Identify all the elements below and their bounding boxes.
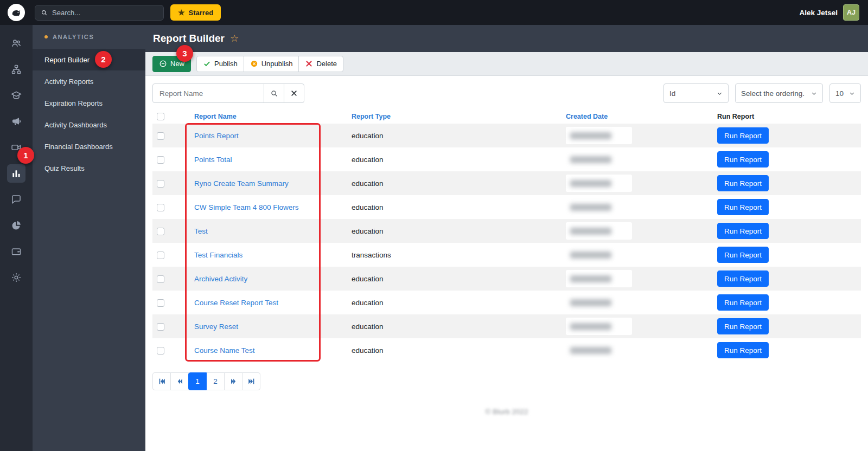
select-all-checkbox[interactable] (157, 113, 164, 120)
rail-item-announcements[interactable] (0, 108, 33, 134)
report-name-link[interactable]: Course Reset Report Test (194, 299, 278, 307)
table-header-row: Report Name Report Type Created Date Run… (152, 109, 861, 124)
filter-search-button[interactable] (264, 83, 284, 103)
column-header-report-type[interactable]: Report Type (347, 109, 561, 124)
row-checkbox[interactable] (157, 204, 164, 211)
avatar[interactable]: AJ (843, 4, 859, 21)
sidebar-item-activity-reports[interactable]: Activity Reports (33, 70, 145, 92)
starred-button[interactable]: ★ Starred (170, 4, 221, 21)
redaction-blur (570, 323, 611, 330)
row-checkbox[interactable] (157, 323, 164, 331)
pagination-page-2[interactable]: 2 (206, 372, 225, 390)
callout-badge-3: 3 (176, 45, 193, 62)
rail-item-users[interactable] (0, 30, 33, 56)
row-checkbox[interactable] (157, 132, 164, 140)
report-name-link[interactable]: Test Financials (194, 251, 242, 259)
row-checkbox[interactable] (157, 347, 164, 355)
ordering-select[interactable]: Select the ordering. (735, 83, 823, 103)
publish-button[interactable]: Publish (196, 56, 244, 72)
id-filter-select[interactable]: Id (663, 83, 729, 103)
report-name-link[interactable]: CW Simple Team 4 800 Flowers (194, 203, 299, 211)
delete-button[interactable]: Delete (298, 56, 343, 72)
wallet-icon (11, 246, 22, 257)
pagination-page-1[interactable]: 1 (188, 372, 207, 390)
run-report-button[interactable]: Run Report (717, 270, 769, 287)
global-search[interactable] (35, 5, 164, 21)
delete-button-label: Delete (316, 60, 337, 68)
report-name-link[interactable]: Survey Reset (194, 323, 238, 331)
search-input[interactable] (52, 9, 158, 17)
sidebar-item-activity-dashboards[interactable]: Activity Dashboards (33, 114, 145, 136)
run-report-button[interactable]: Run Report (717, 223, 769, 239)
report-table-body: Points Report education Run Report Point… (152, 124, 861, 362)
report-type-cell: education (352, 299, 384, 307)
created-date-redacted (566, 151, 632, 168)
section-dot-icon (44, 35, 48, 38)
row-checkbox[interactable] (157, 156, 164, 164)
table-row: Test Financials transactions Run Report (152, 243, 861, 267)
report-table: Report Name Report Type Created Date Run… (152, 109, 861, 362)
run-report-button[interactable]: Run Report (717, 151, 769, 167)
chevron-down-icon (811, 91, 817, 96)
pagination-next-button[interactable] (224, 372, 242, 390)
page-size-select[interactable]: 10 (829, 83, 861, 103)
publish-button-label: Publish (214, 60, 238, 68)
report-name-filter-input[interactable] (152, 83, 264, 103)
created-date-redacted (566, 175, 632, 192)
sidebar-item-expiration-reports[interactable]: Expiration Reports (33, 92, 145, 114)
rail-item-courses[interactable] (0, 82, 33, 108)
run-report-button[interactable]: Run Report (717, 342, 769, 358)
star-icon: ★ (178, 8, 185, 17)
run-report-button[interactable]: Run Report (717, 294, 769, 311)
rail-item-wallet[interactable] (0, 239, 33, 265)
sidebar-item-quiz-results[interactable]: Quiz Results (33, 157, 145, 179)
sidebar-item-report-builder[interactable]: Report Builder (33, 49, 145, 70)
rail-item-analytics[interactable] (0, 160, 33, 186)
gear-icon (11, 272, 22, 283)
row-checkbox[interactable] (157, 252, 164, 259)
table-row: Points Report education Run Report (152, 124, 861, 147)
favorite-star-icon[interactable]: ☆ (230, 33, 239, 44)
redaction-blur (570, 275, 611, 282)
graduation-cap-icon (11, 90, 22, 101)
rail-item-settings[interactable] (0, 265, 33, 291)
top-bar: ★ Starred Alek Jetsel AJ (0, 0, 868, 25)
pagination-first-button[interactable] (152, 372, 171, 390)
rail-item-reports[interactable] (0, 212, 33, 239)
row-checkbox[interactable] (157, 180, 164, 188)
first-page-icon (158, 378, 165, 385)
pagination-prev-button[interactable] (170, 372, 189, 390)
rail-item-modules[interactable] (0, 56, 33, 82)
rail-item-messages[interactable] (0, 186, 33, 212)
bar-chart-icon (11, 168, 22, 179)
report-name-link[interactable]: Points Report (194, 132, 239, 140)
pagination-last-button[interactable] (242, 372, 260, 390)
row-checkbox[interactable] (157, 275, 164, 283)
report-name-link[interactable]: Ryno Create Team Summary (194, 179, 289, 188)
search-icon (41, 9, 48, 16)
run-report-button[interactable]: Run Report (717, 247, 769, 263)
run-report-button[interactable]: Run Report (717, 199, 769, 215)
created-date-redacted (566, 294, 632, 311)
row-checkbox[interactable] (157, 299, 164, 307)
table-row: Ryno Create Team Summary education Run R… (152, 171, 861, 195)
column-header-report-name[interactable]: Report Name (185, 109, 347, 124)
column-header-created-date[interactable]: Created Date (561, 109, 713, 124)
report-name-link[interactable]: Test (194, 227, 208, 235)
run-report-button[interactable]: Run Report (717, 175, 769, 191)
content: Id Select the ordering. 10 (145, 76, 868, 451)
last-page-icon (248, 378, 255, 385)
sidebar-item-financial-dashboards[interactable]: Financial Dashboards (33, 136, 145, 157)
run-report-button[interactable]: Run Report (717, 318, 769, 334)
page-header: Report Builder ☆ (145, 25, 868, 52)
report-name-link[interactable]: Course Name Test (194, 346, 255, 355)
report-name-link[interactable]: Archived Activity (194, 275, 247, 283)
filter-clear-button[interactable] (284, 83, 304, 103)
report-type-cell: transactions (352, 251, 391, 259)
unpublish-button[interactable]: Unpublish (244, 56, 299, 72)
row-checkbox[interactable] (157, 228, 164, 235)
run-report-button[interactable]: Run Report (717, 127, 769, 144)
report-name-link[interactable]: Points Total (194, 156, 232, 164)
app-logo[interactable] (8, 4, 25, 21)
chat-icon (11, 194, 22, 205)
